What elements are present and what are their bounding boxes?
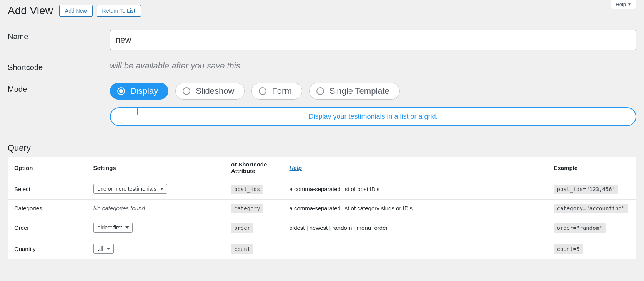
help-tab-label: Help: [616, 2, 626, 7]
attr-desc: oldest | newest | random | menu_order: [283, 217, 548, 238]
mode-connector-line: [137, 107, 138, 115]
attr-example: post_ids="123,456": [554, 185, 619, 194]
mode-option-slideshow[interactable]: Slideshow: [175, 83, 245, 100]
mode-option-single-template[interactable]: Single Template: [309, 83, 400, 100]
mode-option-display[interactable]: Display: [110, 83, 168, 100]
attr-example: order="random": [554, 223, 606, 233]
return-to-list-button[interactable]: Return To List: [97, 5, 141, 17]
help-link[interactable]: Help: [290, 165, 302, 171]
mode-label: Mode: [8, 83, 110, 94]
table-row: Categories No categories found category …: [8, 200, 636, 217]
attr-code: post_ids: [231, 185, 263, 194]
row-option-label: Categories: [8, 200, 87, 217]
name-label: Name: [8, 30, 110, 41]
attr-example: count=5: [554, 244, 583, 254]
order-select[interactable]: oldest first: [93, 223, 133, 233]
help-tab[interactable]: Help ▼: [611, 0, 636, 9]
radio-icon: [183, 87, 190, 95]
row-option-label: Quantity: [8, 238, 87, 259]
mode-option-label: Display: [130, 86, 158, 96]
query-table: Option Settings or Shortcode Attribute H…: [8, 157, 636, 259]
query-head-attr: or Shortcode Attribute: [225, 157, 283, 178]
attr-desc: [283, 238, 548, 259]
attr-desc: a comma-separated list of category slugs…: [283, 200, 548, 217]
attr-example: category="accounting": [554, 204, 628, 213]
query-head-option: Option: [8, 157, 87, 178]
radio-icon: [259, 87, 266, 95]
query-head-settings: Settings: [87, 157, 225, 178]
attr-code: order: [231, 223, 253, 233]
page-title: Add View: [8, 5, 53, 17]
table-row: Quantity all count count=5: [8, 238, 636, 259]
query-head-example: Example: [548, 157, 636, 178]
query-section-title: Query: [8, 143, 636, 153]
table-row: Select one or more testimonials post_ids…: [8, 178, 636, 200]
add-new-button[interactable]: Add New: [59, 5, 93, 17]
shortcode-message: will be available after you save this: [110, 61, 240, 70]
attr-code: count: [231, 244, 253, 254]
mode-option-label: Form: [272, 86, 291, 96]
mode-description: Display your testimonials in a list or a…: [110, 107, 636, 126]
radio-selected-icon: [117, 87, 125, 95]
quantity-select[interactable]: all: [93, 244, 114, 254]
row-option-label: Order: [8, 217, 87, 238]
shortcode-label: Shortcode: [8, 61, 110, 72]
row-option-label: Select: [8, 178, 87, 200]
radio-icon: [316, 87, 324, 95]
mode-option-label: Slideshow: [196, 86, 234, 96]
attr-code: category: [231, 204, 263, 213]
table-row: Order oldest first order oldest | newest…: [8, 217, 636, 238]
query-head-help: Help: [283, 157, 548, 178]
select-testimonials-select[interactable]: one or more testimonials: [93, 184, 167, 194]
mode-option-label: Single Template: [329, 86, 389, 96]
no-categories-text: No categories found: [93, 205, 145, 211]
mode-option-form[interactable]: Form: [251, 83, 302, 100]
chevron-down-icon: ▼: [627, 2, 631, 7]
name-input[interactable]: [110, 30, 636, 50]
attr-desc: a comma-separated list of post ID's: [283, 178, 548, 200]
